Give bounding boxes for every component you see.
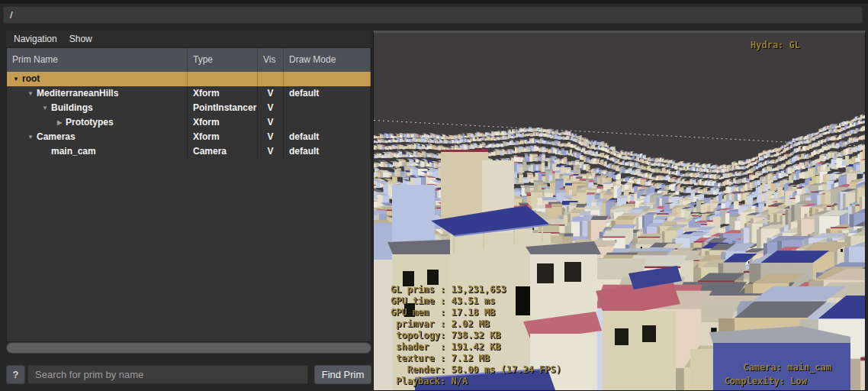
hud-stat-line: Playback: N/A — [391, 376, 561, 387]
column-header-draw-mode[interactable]: Draw Mode — [284, 48, 371, 72]
prim-visibility-toggle[interactable]: V — [258, 101, 284, 115]
prim-name-label: main_cam — [51, 146, 96, 157]
hud-stat-line: topology: 738.32 KB — [391, 330, 561, 341]
horizontal-scrollbar[interactable] — [6, 342, 371, 354]
prim-visibility-toggle[interactable]: V — [258, 86, 284, 101]
prim-tree: Prim NameTypeVisDraw Mode ▼root▼Mediterr… — [6, 47, 371, 342]
tree-body: ▼root▼MediterraneanHillsXformVdefault▼Bu… — [7, 72, 371, 159]
expanded-arrow-icon[interactable]: ▼ — [39, 101, 51, 115]
search-input[interactable] — [27, 365, 308, 384]
menu-bar: NavigationShow — [6, 31, 371, 47]
expanded-arrow-icon[interactable]: ▼ — [24, 130, 37, 144]
column-header-vis[interactable]: Vis — [258, 48, 284, 72]
help-button[interactable]: ? — [6, 365, 25, 384]
tree-row-root[interactable]: ▼root — [7, 72, 371, 86]
hud-stat-line: GPU mem : 17.18 MB — [391, 307, 561, 318]
find-prim-button[interactable]: Find Prim — [314, 365, 371, 384]
tree-row-MediterraneanHills[interactable]: ▼MediterraneanHillsXformVdefault — [7, 86, 371, 101]
render-stats-hud: GL prims : 13,231,653GPU time : 43.51 ms… — [391, 284, 561, 387]
prim-name-label: MediterraneanHills — [37, 88, 118, 99]
prim-visibility-toggle[interactable]: V — [258, 144, 284, 159]
collapsed-arrow-icon[interactable]: ▶ — [53, 115, 66, 130]
prim-draw-mode-label — [284, 101, 371, 115]
scrollbar-thumb[interactable] — [7, 343, 371, 353]
window-top-strip — [0, 0, 868, 4]
camera-label: Camera: main_cam — [743, 362, 831, 373]
prim-draw-mode-label: default — [284, 86, 371, 101]
prim-name-label: Buildings — [51, 102, 93, 113]
prim-type-label: Xform — [188, 86, 258, 101]
prim-path-value: / — [10, 9, 13, 21]
prim-visibility-toggle[interactable]: V — [258, 130, 284, 144]
prim-name-label: root — [22, 73, 40, 84]
hud-stat-line: GPU time : 43.51 ms — [391, 296, 561, 307]
prim-draw-mode-label — [284, 72, 371, 86]
prim-type-label: Xform — [188, 130, 258, 144]
column-header-prim-name[interactable]: Prim Name — [7, 48, 188, 72]
hud-stat-line: GL prims : 13,231,653 — [391, 284, 561, 296]
menu-item-navigation[interactable]: Navigation — [8, 31, 63, 47]
prim-type-label — [188, 72, 258, 86]
tree-row-Buildings[interactable]: ▼BuildingsPointInstancerV — [7, 101, 371, 115]
usdview-window: / NavigationShow Prim NameTypeVisDraw Mo… — [0, 0, 868, 391]
tree-row-Prototypes[interactable]: ▶PrototypesXformV — [7, 115, 371, 130]
prim-visibility-toggle[interactable]: V — [258, 115, 284, 130]
expanded-arrow-icon[interactable]: ▼ — [10, 72, 22, 86]
expanded-arrow-icon[interactable]: ▼ — [24, 86, 37, 101]
tree-row-main_cam[interactable]: main_camCameraVdefault — [7, 144, 371, 159]
menu-item-show[interactable]: Show — [63, 31, 98, 47]
prim-draw-mode-label: default — [284, 130, 371, 144]
hud-stat-line: shader : 191.42 KB — [391, 341, 561, 353]
hud-stat-line: primvar : 2.02 MB — [391, 318, 561, 330]
prim-type-label: PointInstancer — [188, 101, 258, 115]
prim-type-label: Xform — [188, 115, 258, 130]
tree-row-Cameras[interactable]: ▼CamerasXformVdefault — [7, 130, 371, 144]
search-row: ? Find Prim — [6, 365, 371, 384]
prim-browser-panel: NavigationShow Prim NameTypeVisDraw Mode… — [6, 31, 371, 388]
column-header-type[interactable]: Type — [188, 48, 258, 72]
viewport[interactable]: Hydra: GL GL prims : 13,231,653GPU time … — [373, 31, 866, 391]
hud-stat-line: texture : 7.12 MB — [391, 353, 561, 364]
prim-draw-mode-label — [284, 115, 371, 130]
tree-header: Prim NameTypeVisDraw Mode — [7, 48, 371, 72]
prim-path-bar[interactable]: / — [3, 6, 863, 24]
hud-stat-line: Render: 58.00 ms (17.24 FPS) — [391, 364, 561, 376]
prim-type-label: Camera — [188, 144, 258, 159]
prim-visibility-toggle[interactable] — [258, 72, 284, 86]
prim-draw-mode-label: default — [284, 144, 371, 159]
hydra-renderer-label: Hydra: GL — [751, 40, 800, 50]
prim-name-label: Cameras — [37, 131, 76, 142]
complexity-label: Complexity: Low — [725, 376, 807, 386]
prim-name-label: Prototypes — [66, 117, 114, 128]
